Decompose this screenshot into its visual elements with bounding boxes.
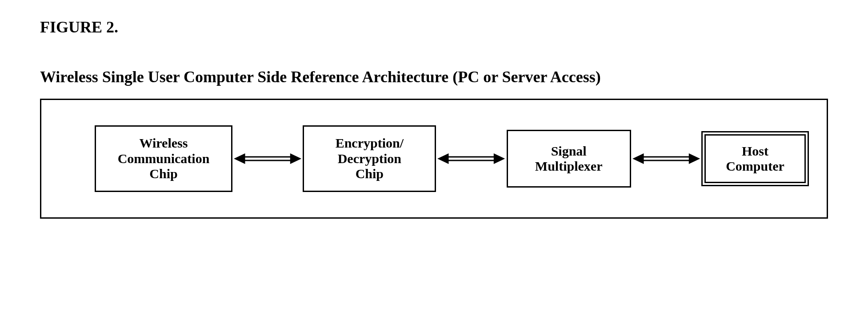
block-encryption-decryption-chip: Encryption/ Decryption Chip	[303, 125, 436, 192]
svg-marker-10	[632, 153, 644, 164]
block-host-computer: Host Computer	[704, 134, 806, 183]
block-wireless-communication-chip: Wireless Communication Chip	[95, 125, 232, 192]
svg-marker-7	[494, 153, 505, 164]
svg-marker-6	[437, 153, 448, 164]
svg-marker-2	[234, 153, 245, 164]
block-host-computer-frame: Host Computer	[701, 131, 809, 186]
double-arrow-icon	[631, 145, 701, 172]
diagram-container: Wireless Communication Chip Encryption/ …	[40, 99, 828, 219]
svg-marker-11	[688, 153, 700, 164]
double-arrow-icon	[232, 145, 303, 172]
svg-marker-3	[290, 153, 301, 164]
figure-label: FIGURE 2.	[40, 18, 828, 36]
block-row: Wireless Communication Chip Encryption/ …	[41, 125, 827, 192]
double-arrow-icon	[436, 145, 506, 172]
diagram-title: Wireless Single User Computer Side Refer…	[40, 68, 828, 86]
block-signal-multiplexer: Signal Multiplexer	[507, 130, 631, 188]
